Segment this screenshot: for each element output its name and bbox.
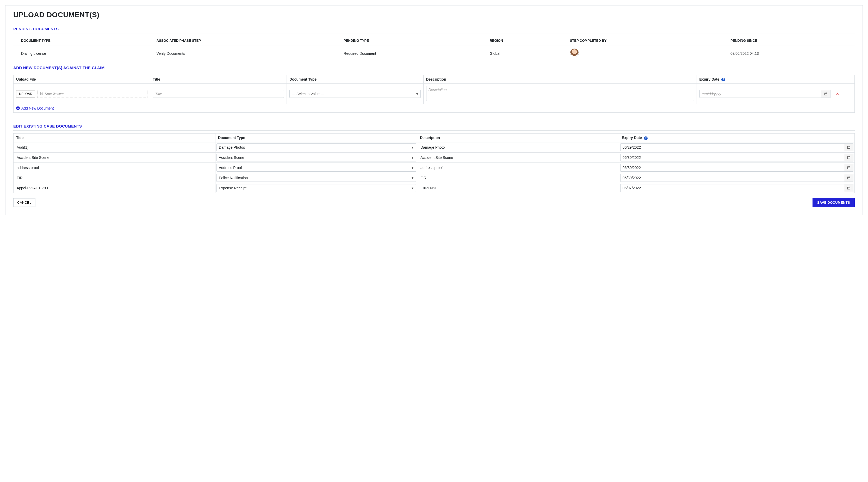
existing-title[interactable]: Appel-L22A191709 [14,185,214,192]
plus-circle-icon: + [16,106,20,110]
existing-table: Title Document Type Description Expiry D… [13,133,855,193]
pending-header-phase: ASSOCIATED PHASE STEP [149,36,336,46]
upload-panel: UPLOAD DOCUMENT(S) PENDING DOCUMENTS DOC… [5,5,863,215]
add-new-document-link[interactable]: + Add New Document [13,104,855,112]
delete-row-button[interactable]: ✕ [833,84,855,104]
table-row: Accident Site SceneAccident Scene▾Accide… [13,152,855,163]
existing-expiry-input[interactable] [620,153,844,162]
pending-header-doctype: DOCUMENT TYPE [13,36,149,46]
calendar-icon [847,166,850,170]
addnew-header-title: Title [150,75,287,84]
existing-expiry-input[interactable] [620,143,844,151]
title-input[interactable] [153,90,284,98]
calendar-icon [847,186,850,190]
addnew-header-expiry: Expiry Date ? [696,75,833,84]
pending-header-region: REGION [482,36,562,46]
file-drop-icon [40,91,43,96]
addnew-header-description: Description [423,75,696,84]
addnew-header-delete [833,75,855,84]
drop-file-hint: Drop file here [45,92,64,96]
upload-button[interactable]: UPLOAD [16,90,35,97]
expiry-date-input[interactable] [700,90,822,98]
page-title: UPLOAD DOCUMENT(S) [13,11,855,22]
help-icon[interactable]: ? [721,78,725,81]
save-documents-button[interactable]: SAVE DOCUMENTS [812,198,855,207]
pending-ptype: Required Document [336,46,482,61]
existing-doctype-select[interactable]: Expense Receipt [216,184,416,192]
doctype-select[interactable]: --- Select a Value --- [289,90,421,98]
existing-section-title: EDIT EXISTING CASE DOCUMENTS [13,122,855,131]
cancel-button[interactable]: CANCEL [13,198,35,207]
existing-header-title: Title [13,134,215,142]
addnew-header-upload: Upload File [13,75,150,84]
calendar-button[interactable] [844,153,854,162]
pending-completedby [562,46,723,61]
existing-description[interactable]: EXPENSE [418,185,618,192]
button-row: CANCEL SAVE DOCUMENTS [13,198,855,207]
help-icon[interactable]: ? [644,136,648,140]
calendar-icon [847,176,850,180]
existing-doctype-select[interactable]: Accident Scene [216,153,416,162]
existing-header-expiry: Expiry Date ? [619,134,855,142]
table-row: FIRPolice Notification▾FIR [13,173,855,183]
calendar-icon [847,145,850,149]
calendar-icon [824,92,828,96]
avatar [570,49,579,57]
pending-region: Global [482,46,562,61]
addnew-row: UPLOAD Drop file here [13,84,855,104]
calendar-button[interactable] [844,164,854,172]
add-new-document-label: Add New Document [21,106,54,110]
calendar-button[interactable] [822,90,831,98]
existing-expiry-input[interactable] [620,164,844,172]
description-textarea[interactable] [426,86,694,101]
existing-header-description: Description [417,134,619,142]
existing-description[interactable]: FIR [418,174,618,181]
table-row: address proofAddress Proof▾address proof [13,163,855,173]
table-row: Audi(1)Damage Photos▾Damage Photo [13,142,855,152]
pending-phase: Verify Documents [149,46,336,61]
existing-doctype-select[interactable]: Damage Photos [216,143,416,151]
table-row: Appel-L22A191709Expense Receipt▾EXPENSE [13,183,855,193]
pending-header-completedby: STEP COMPLETED BY [562,36,723,46]
existing-description[interactable]: Damage Photo [418,144,618,151]
calendar-button[interactable] [844,174,854,182]
pending-doctype: Driving License [13,46,149,61]
pending-row: Driving License Verify Documents Require… [13,46,855,61]
pending-since: 07/06/2022 04:13 [723,46,855,61]
existing-title[interactable]: FIR [14,174,214,181]
existing-description[interactable]: address proof [418,164,618,171]
existing-title[interactable]: address proof [14,164,214,171]
addnew-table: Upload File Title Document Type Descript… [13,75,855,113]
existing-title[interactable]: Accident Site Scene [14,154,214,161]
close-icon: ✕ [836,92,839,96]
pending-header-ptype: PENDING TYPE [336,36,482,46]
existing-expiry-label: Expiry Date [622,136,642,140]
existing-header-doctype: Document Type [215,134,417,142]
pending-section-title: PENDING DOCUMENTS [13,25,855,33]
existing-expiry-input[interactable] [620,174,844,182]
calendar-button[interactable] [844,184,854,192]
existing-doctype-select[interactable]: Address Proof [216,164,416,172]
pending-table: DOCUMENT TYPE ASSOCIATED PHASE STEP PEND… [13,36,855,61]
pending-header-since: PENDING SINCE [723,36,855,46]
calendar-button[interactable] [844,143,854,151]
drop-file-area[interactable]: Drop file here [37,90,147,98]
existing-expiry-input[interactable] [620,184,844,192]
existing-doctype-select[interactable]: Police Notification [216,174,416,182]
existing-description[interactable]: Accident Site Scene [418,154,618,161]
addnew-header-doctype: Document Type [287,75,424,84]
existing-title[interactable]: Audi(1) [14,144,214,151]
calendar-icon [847,156,850,159]
addnew-expiry-label: Expiry Date [700,77,719,81]
addnew-section-title: ADD NEW DOCUMENT(S) AGAINST THE CLAIM [13,64,855,72]
